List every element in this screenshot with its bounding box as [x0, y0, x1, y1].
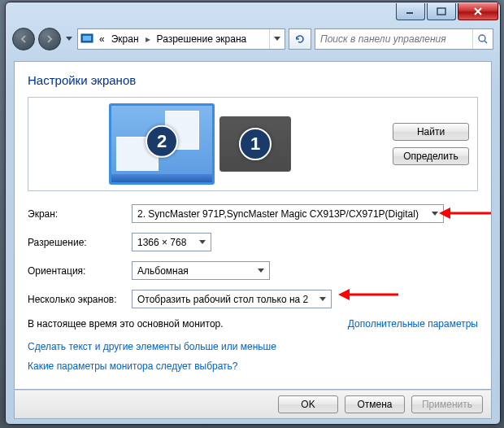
breadcrumb-seg-2[interactable]: Разрешение экрана	[154, 29, 250, 49]
address-dropdown[interactable]	[269, 29, 285, 49]
display-value: 2. SyncMaster 971P,SyncMaster Magic CX91…	[137, 208, 428, 220]
svg-rect-1	[437, 8, 445, 15]
orientation-combo[interactable]: Альбомная	[132, 261, 270, 280]
search-icon[interactable]	[472, 29, 493, 49]
monitor-1[interactable]: 1	[219, 116, 291, 172]
search-input[interactable]	[315, 33, 472, 45]
breadcrumb-seg-1[interactable]: Экран	[108, 29, 142, 49]
advanced-link[interactable]: Дополнительные параметры	[348, 318, 478, 330]
display-combo[interactable]: 2. SyncMaster 971P,SyncMaster Magic CX91…	[132, 204, 444, 223]
content-pane: Настройки экранов 2 1 Найти Определить Э…	[14, 61, 492, 390]
control-panel-icon	[78, 33, 96, 45]
search-box[interactable]	[315, 28, 493, 50]
resolution-value: 1366 × 768	[137, 237, 196, 248]
chevron-down-icon	[196, 235, 209, 249]
close-button[interactable]	[458, 3, 498, 20]
chevron-down-icon	[254, 264, 267, 277]
forward-button[interactable]	[38, 28, 61, 50]
back-button[interactable]	[12, 28, 35, 50]
cancel-button[interactable]: Отмена	[345, 395, 405, 413]
display-preview: 2 1 Найти Определить	[28, 97, 478, 191]
chevron-down-icon	[316, 292, 329, 306]
nav-history-dropdown[interactable]	[64, 31, 74, 47]
svg-rect-0	[406, 12, 413, 14]
dialog-footer: OK Отмена Применить	[14, 390, 492, 419]
resolution-label: Разрешение:	[28, 237, 132, 248]
monitor-badge-2: 2	[146, 125, 178, 158]
navigation-bar: « Экран ▸ Разрешение экрана	[12, 25, 493, 53]
apply-button[interactable]: Применить	[411, 395, 483, 413]
which-settings-link[interactable]: Какие параметры монитора следует выбрать…	[28, 360, 478, 372]
orientation-label: Ориентация:	[28, 265, 132, 277]
page-title: Настройки экранов	[28, 73, 478, 87]
orientation-value: Альбомная	[137, 265, 254, 277]
address-bar[interactable]: « Экран ▸ Разрешение экрана	[77, 28, 285, 50]
multi-combo[interactable]: Отобразить рабочий стол только на 2	[132, 290, 332, 308]
chevron-down-icon	[428, 207, 441, 221]
multi-label: Несколько экранов:	[28, 294, 132, 305]
resolution-combo[interactable]: 1366 × 768	[132, 233, 211, 251]
breadcrumb-chevrons[interactable]: «	[96, 29, 108, 49]
svg-rect-3	[83, 36, 91, 41]
chevron-right-icon: ▸	[142, 33, 154, 45]
monitor-badge-1: 1	[239, 128, 272, 160]
text-size-link[interactable]: Сделать текст и другие элементы больше и…	[28, 341, 478, 352]
ok-button[interactable]: OK	[278, 395, 338, 413]
titlebar	[6, 2, 500, 25]
maximize-button[interactable]	[427, 3, 456, 20]
monitor-2[interactable]: 2	[109, 103, 215, 185]
display-label: Экран:	[28, 208, 132, 220]
refresh-button[interactable]	[289, 28, 311, 50]
minimize-button[interactable]	[396, 3, 425, 20]
svg-point-4	[479, 35, 485, 41]
identify-button[interactable]: Определить	[393, 147, 469, 165]
multi-value: Отобразить рабочий стол только на 2	[137, 294, 316, 305]
detect-button[interactable]: Найти	[393, 123, 469, 141]
status-text: В настоящее время это основной монитор.	[28, 318, 224, 330]
window: « Экран ▸ Разрешение экрана Настройки эк…	[5, 2, 501, 425]
